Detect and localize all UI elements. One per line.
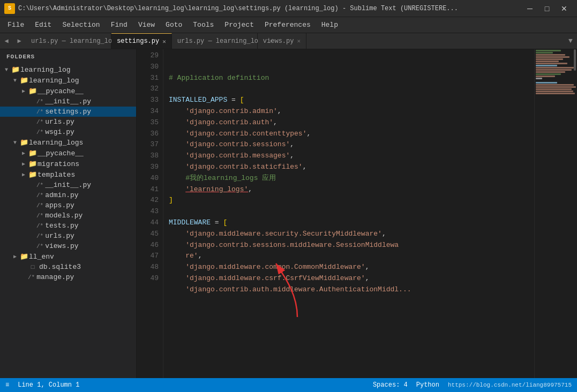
tree-item-urls-lls[interactable]: /* urls.py xyxy=(0,231,136,241)
maximize-button[interactable]: □ xyxy=(538,1,556,16)
tree-item-label: learning_log xyxy=(29,77,79,85)
tab-nav-right[interactable]: ▶ xyxy=(13,33,26,49)
code-line-45: 'django.middleware.security.SecurityMidd… xyxy=(169,229,534,240)
menu-goto[interactable]: Goto xyxy=(160,19,188,31)
tree-item-init2[interactable]: /* __init__.py xyxy=(0,180,136,190)
code-line-43 xyxy=(169,206,534,217)
minimap-line xyxy=(536,63,567,64)
menu-help[interactable]: Help xyxy=(316,19,343,31)
minimap-line xyxy=(536,54,565,56)
file-star-icon: /* xyxy=(36,119,43,125)
tree-item-settings[interactable]: /* settings.py xyxy=(0,107,136,117)
tab-close-icon[interactable]: ✕ xyxy=(119,37,123,44)
tree-item-models[interactable]: /* models.py xyxy=(0,210,136,221)
tree-item-migrations[interactable]: ▶ 📁 migrations xyxy=(0,159,136,169)
tab-label: settings.py xyxy=(117,37,159,45)
tree-item-label: tests.py xyxy=(45,222,78,230)
minimap-scrollbar[interactable] xyxy=(574,49,576,71)
menu-preferences[interactable]: Preferences xyxy=(259,19,316,31)
code-var: MIDDLEWARE xyxy=(169,218,211,227)
status-left: ≡ Line 1, Column 1 xyxy=(5,381,79,389)
minimap[interactable] xyxy=(534,49,577,378)
tree-item-pycache2[interactable]: ▶ 📁 __pycache__ xyxy=(0,148,136,159)
titlebar: S C:\Users\Administrator\Desktop\learnin… xyxy=(0,0,577,17)
code-line-31: # Application definition xyxy=(169,73,534,84)
code-content[interactable]: # Application definition INSTALLED_APPS … xyxy=(163,49,534,378)
menu-find[interactable]: Find xyxy=(106,19,133,31)
tree-item-manage[interactable]: /* manage.py xyxy=(0,272,136,282)
tree-item-views[interactable]: /* views.py xyxy=(0,241,136,251)
statusbar: ≡ Line 1, Column 1 Spaces: 4 Python http… xyxy=(0,378,577,392)
tree-item-label: migrations xyxy=(38,160,79,168)
tree-item-label: ll_env xyxy=(29,253,54,261)
tree-item-tests[interactable]: /* tests.py xyxy=(0,221,136,231)
tree-item-learning-logs[interactable]: ▼ 📁 learning_logs xyxy=(0,137,136,148)
tab-close-icon[interactable]: ✕ xyxy=(162,38,166,45)
code-text: , xyxy=(198,252,203,260)
tree-item-db[interactable]: □ db.sqlite3 xyxy=(0,262,136,272)
tree-item-label: models.py xyxy=(45,212,83,220)
minimap-line xyxy=(536,58,563,60)
code-string: 'django.contrib.sessions' xyxy=(185,140,290,148)
status-spaces[interactable]: Spaces: 4 xyxy=(373,381,408,389)
tree-item-ll-env[interactable]: ▶ 📁 ll_env xyxy=(0,251,136,262)
editor-wrapper: 29 30 31 32 33 34 35 36 37 38 39 40 41 4… xyxy=(137,49,577,378)
tree-item-label: admin.py xyxy=(45,191,78,199)
folder-icon: 📁 xyxy=(28,160,38,168)
code-line-46: 'django.contrib.sessions.middleware.Sess… xyxy=(169,240,534,262)
tree-item-templates[interactable]: ▶ 📁 templates xyxy=(0,169,136,180)
tree-item-pycache[interactable]: ▶ 📁 __pycache__ xyxy=(0,86,136,96)
tree-item-wsgi[interactable]: /* wsgi.py xyxy=(0,127,136,137)
folder-icon: 📁 xyxy=(19,76,29,85)
code-line-35: 'django.contrib.auth', xyxy=(169,117,534,129)
tab-nav-left[interactable]: ◀ xyxy=(0,33,13,49)
tree-item-apps[interactable]: /* apps.py xyxy=(0,200,136,210)
tree-arrow: ▶ xyxy=(19,171,28,178)
file-star-icon: /* xyxy=(28,274,35,281)
code-string: 'django.contrib.contenttypes' xyxy=(185,130,306,138)
code-line-33: INSTALLED_APPS = [ xyxy=(169,95,534,106)
tree-item-label: settings.py xyxy=(45,108,91,116)
close-button[interactable]: ✕ xyxy=(556,1,573,16)
menu-tools[interactable]: Tools xyxy=(188,19,219,31)
tree-item-learning-log-root[interactable]: ▼ 📁 learning_log xyxy=(0,64,136,75)
menu-selection[interactable]: Selection xyxy=(57,19,105,31)
minimap-line xyxy=(536,50,561,51)
code-text: , xyxy=(273,118,278,126)
code-text: , xyxy=(278,107,282,115)
tab-close-icon[interactable]: ✕ xyxy=(297,37,301,44)
tree-item-urls-ll[interactable]: /* urls.py xyxy=(0,117,136,127)
tree-item-learning-log[interactable]: ▼ 📁 learning_log xyxy=(0,75,136,86)
code-bracket: ] xyxy=(169,196,173,204)
file-star-icon: /* xyxy=(36,129,43,135)
minimap-line xyxy=(536,84,574,86)
main-layout: FOLDERS ▼ 📁 learning_log ▼ 📁 learning_lo… xyxy=(0,49,577,378)
menu-project[interactable]: Project xyxy=(219,19,259,31)
line-num: 43 xyxy=(137,206,159,217)
tree-item-admin[interactable]: /* admin.py xyxy=(0,190,136,200)
code-string: 'django.contrib.sessions.middleware.Sess… xyxy=(185,241,399,249)
tree-arrow: ▼ xyxy=(11,140,19,146)
code-line-29 xyxy=(169,50,534,62)
menu-edit[interactable]: Edit xyxy=(29,19,57,31)
tab-urls-learning-log[interactable]: urls.py — learning_log ✕ xyxy=(26,33,111,49)
status-language[interactable]: Python xyxy=(416,381,439,389)
folder-icon: 📁 xyxy=(28,87,38,95)
code-text: , xyxy=(248,185,252,193)
minimize-button[interactable]: ─ xyxy=(521,1,538,16)
status-right: Spaces: 4 Python https://blog.csdn.net/l… xyxy=(373,381,572,389)
menu-view[interactable]: View xyxy=(133,19,160,31)
menubar: File Edit Selection Find View Goto Tools… xyxy=(0,17,577,33)
tab-close-icon[interactable]: ✕ xyxy=(269,37,273,44)
line-num: 31 xyxy=(137,73,159,84)
line-num: 35 xyxy=(137,117,159,129)
line-num: 44 xyxy=(137,217,159,229)
tree-item-label: db.sqlite3 xyxy=(39,263,81,271)
tab-urls-learning-logs[interactable]: urls.py — learning_logs ✕ xyxy=(172,33,258,49)
tree-item-init[interactable]: /* __init__.py xyxy=(0,96,136,107)
status-menu-icon[interactable]: ≡ xyxy=(5,381,9,389)
tab-overflow-button[interactable]: ▼ xyxy=(564,33,577,49)
menu-file[interactable]: File xyxy=(2,19,29,31)
tab-label: urls.py — learning_log xyxy=(31,37,116,45)
tab-views[interactable]: views.py ✕ xyxy=(258,33,306,49)
